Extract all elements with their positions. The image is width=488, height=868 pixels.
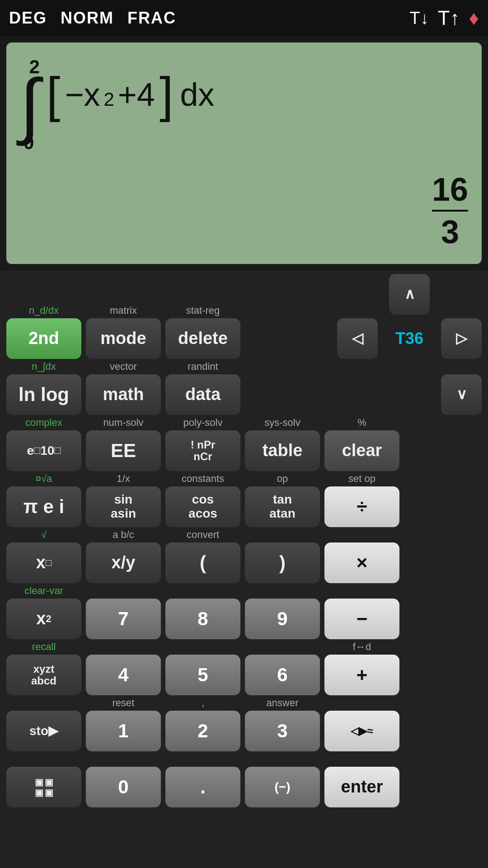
frac-mode[interactable]: FRAC <box>127 9 176 28</box>
ex10x-sublabel: complex <box>25 418 62 429</box>
4-wrap: 4 <box>86 642 161 695</box>
nPr-wrap: poly-solv ! nPrnCr <box>165 418 240 471</box>
nav-up-button[interactable]: ∧ <box>389 274 430 315</box>
3-button[interactable]: 3 <box>245 711 320 751</box>
5-button[interactable]: 5 <box>165 655 240 695</box>
keypad-row-8: sto▶ reset 1 , 2 answer 3 ◁▶≈ <box>6 698 482 751</box>
dx-text: dx <box>180 76 214 113</box>
decimal-button[interactable]: . <box>165 767 240 807</box>
nPr-button[interactable]: ! nPrnCr <box>165 430 240 471</box>
top-bar: DEG NORM FRAC T↓ T↑ ♦ <box>0 0 488 36</box>
clear-button[interactable]: clear <box>324 430 399 471</box>
plus-4: +4 <box>118 76 155 113</box>
nav-down-button[interactable]: ∨ <box>441 374 482 415</box>
dot-wrap: . <box>165 754 240 807</box>
lnlog-button[interactable]: ln log <box>6 374 81 415</box>
expression-area: 2 ∫ 0 [ −x2+4 ] dx <box>20 52 468 154</box>
data-sublabel: randint <box>188 362 218 373</box>
clear-wrap: % clear <box>324 418 399 471</box>
ee-wrap: num-solv EE <box>86 418 161 471</box>
nav-left-button[interactable]: ◁ <box>337 318 378 359</box>
4-button[interactable]: 4 <box>86 655 161 695</box>
delete-wrap: stat-reg delete <box>165 306 240 359</box>
2nd-button[interactable]: 2nd <box>6 318 81 359</box>
table-button[interactable]: table <box>245 430 320 471</box>
div-sublabel: set op <box>348 474 375 486</box>
sin-button[interactable]: sinasin <box>86 486 161 527</box>
pei-button[interactable]: π e i <box>6 486 81 527</box>
nav-down-wrap: x ∨ <box>441 363 482 415</box>
8-button[interactable]: 8 <box>165 599 240 639</box>
math-button[interactable]: math <box>86 374 161 415</box>
x2-wrap: clear-var x2 <box>6 586 81 639</box>
sin-sublabel: 1/x <box>117 474 130 486</box>
1-button[interactable]: 1 <box>86 711 161 751</box>
multiply-button[interactable]: × <box>324 542 399 583</box>
2-wrap: , 2 <box>165 698 240 751</box>
table-wrap: sys-solv table <box>245 418 320 471</box>
enter-wrap: enter <box>324 754 399 807</box>
data-button[interactable]: data <box>165 374 240 415</box>
approx-button[interactable]: ◁▶≈ <box>324 711 399 751</box>
xpow-sublabel: √ <box>41 530 47 542</box>
xpow-button[interactable]: x□ <box>6 542 81 583</box>
ee-button[interactable]: EE <box>86 430 161 471</box>
result-fraction: 16 3 <box>432 171 468 250</box>
right-bracket: ] <box>160 70 174 119</box>
nav-cluster: ∧ ◁ T36 ▷ <box>337 274 482 359</box>
0-button[interactable]: 0 <box>86 767 161 807</box>
sto-button[interactable]: sto▶ <box>6 711 81 751</box>
lparen-wrap: convert ( <box>165 530 240 583</box>
subtract-button[interactable]: − <box>324 599 399 639</box>
deg-mode[interactable]: DEG <box>9 9 47 28</box>
cos-button[interactable]: cosacos <box>165 486 240 527</box>
rparen-button[interactable]: ) <box>245 542 320 583</box>
integral-body: [ −x2+4 ] dx <box>47 56 215 119</box>
add-button[interactable]: + <box>324 655 399 695</box>
6-button[interactable]: 6 <box>245 655 320 695</box>
font-decrease-icon[interactable]: T↓ <box>409 9 428 28</box>
1-wrap: reset 1 <box>86 698 161 751</box>
9-button[interactable]: 9 <box>245 599 320 639</box>
integral-lower-bound: 0 <box>23 132 34 154</box>
ex10x-button[interactable]: e□ 10□ <box>6 430 81 471</box>
rparen-wrap: ) <box>245 530 320 583</box>
inner-expression: −x2+4 <box>60 76 160 113</box>
integral-expression: 2 ∫ 0 [ −x2+4 ] dx <box>20 56 215 154</box>
divide-button[interactable]: ÷ <box>324 486 399 527</box>
integral-sign: ∫ <box>20 78 40 132</box>
font-increase-icon[interactable]: T↑ <box>438 7 460 29</box>
integral-symbol: 2 ∫ 0 <box>20 56 40 154</box>
tan-wrap: op tanatan <box>245 474 320 527</box>
minus-sign: −x <box>65 76 100 113</box>
xpow-wrap: √ x□ <box>6 530 81 583</box>
negate-button[interactable]: (−) <box>245 767 320 807</box>
pei-wrap: ¤√a π e i <box>6 474 81 527</box>
mul-wrap: × <box>324 530 399 583</box>
xyzt-button[interactable]: xyztabcd <box>6 655 81 695</box>
tan-button[interactable]: tanatan <box>245 486 320 527</box>
sto-wrap: sto▶ <box>6 698 81 751</box>
xy-button[interactable]: x/y <box>86 542 161 583</box>
nav-right-button[interactable]: ▷ <box>441 318 482 359</box>
top-icons: T↓ T↑ ♦ <box>409 7 479 29</box>
5-wrap: 5 <box>165 642 240 695</box>
xyzt-wrap: recall xyztabcd <box>6 642 81 695</box>
math-wrap: vector math <box>86 362 161 415</box>
gem-icon[interactable]: ♦ <box>469 7 479 29</box>
norm-mode[interactable]: NORM <box>61 9 114 28</box>
ex10x-wrap: complex e□ 10□ <box>6 418 81 471</box>
mode-button[interactable]: mode <box>86 318 161 359</box>
apps-button[interactable]: ▣▣ ▣▣ <box>6 767 81 807</box>
lparen-button[interactable]: ( <box>165 542 240 583</box>
delete-button[interactable]: delete <box>165 318 240 359</box>
2-button[interactable]: 2 <box>165 711 240 751</box>
result-area: 16 3 <box>432 171 468 250</box>
7-button[interactable]: 7 <box>86 599 161 639</box>
enter-button[interactable]: enter <box>324 767 399 807</box>
3-sublabel: answer <box>267 698 299 710</box>
tan-sublabel: op <box>277 474 288 486</box>
lparen-sublabel: convert <box>187 530 219 542</box>
x-squared-button[interactable]: x2 <box>6 599 81 639</box>
keypad-row-3: complex e□ 10□ num-solv EE poly-solv ! n… <box>6 418 482 471</box>
